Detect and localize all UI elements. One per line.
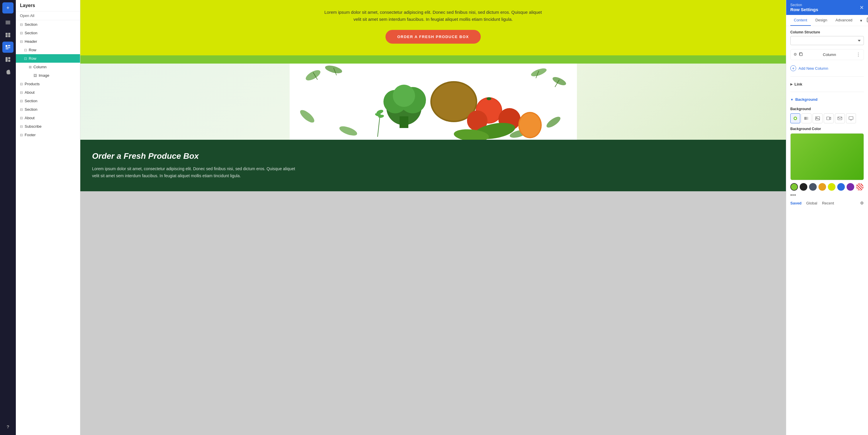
- svg-rect-54: [815, 116, 819, 120]
- settings-button[interactable]: [2, 66, 13, 77]
- settings-panel: Section Row Settings ✕ Content Design Ad…: [786, 0, 868, 435]
- saved-tab-recent[interactable]: Recent: [822, 201, 834, 205]
- layer-item-column[interactable]: ⊠ Column: [16, 63, 80, 71]
- tab-dropdown-icon[interactable]: ▾: [858, 16, 864, 25]
- layer-label: Products: [25, 82, 39, 86]
- row-icon: ⊡: [24, 48, 27, 52]
- veggies-visual: [80, 64, 786, 140]
- add-column-label: Add New Column: [799, 66, 828, 71]
- bg-image-type-button[interactable]: [813, 113, 823, 123]
- svg-rect-14: [8, 60, 10, 62]
- layer-item-products[interactable]: ⊟ Products: [16, 80, 80, 88]
- gear-icon[interactable]: ⚙: [794, 52, 797, 57]
- svg-rect-8: [8, 45, 10, 46]
- canvas-content: Lorem ipsum dolor sit amet, consectetur …: [80, 0, 786, 191]
- color-swatch-black[interactable]: [800, 183, 807, 191]
- layer-item-row-1[interactable]: ⊡ Row: [16, 46, 80, 54]
- layer-item-section-2[interactable]: ⊟ Section: [16, 29, 80, 37]
- layer-label: About: [25, 116, 35, 120]
- help-button[interactable]: ?: [2, 421, 13, 432]
- layer-item-image[interactable]: 🖼 Image: [16, 71, 80, 80]
- color-swatch-orange[interactable]: [818, 183, 826, 191]
- templates-button[interactable]: [2, 54, 13, 65]
- bg-color-type-button[interactable]: [790, 113, 800, 123]
- layer-item-about-2[interactable]: ⊟ About: [16, 114, 80, 122]
- color-swatch-green[interactable]: [790, 183, 798, 191]
- layer-item-section-3[interactable]: ⊟ Section: [16, 97, 80, 105]
- navigator-button[interactable]: [2, 29, 13, 40]
- saved-tab-global[interactable]: Global: [806, 201, 817, 205]
- order-button[interactable]: ORDER A FRESH PRODUCE BOX: [385, 30, 481, 44]
- tab-expand-icon[interactable]: [865, 16, 868, 25]
- bg-video-type-button[interactable]: [824, 113, 834, 123]
- layer-item-subscribe[interactable]: ⊟ Subscribe: [16, 122, 80, 131]
- add-element-button[interactable]: +: [2, 2, 13, 13]
- tab-advanced[interactable]: Advanced: [832, 15, 856, 26]
- about-icon: ⊟: [20, 91, 23, 95]
- layers-title: Layers: [20, 3, 35, 8]
- add-new-column-button[interactable]: + Add New Column: [790, 64, 864, 72]
- layer-item-section-4[interactable]: ⊟ Section: [16, 105, 80, 114]
- link-caret-icon: ▶: [790, 82, 793, 86]
- layer-label: Subscribe: [25, 124, 42, 129]
- layer-label: Section: [25, 99, 37, 103]
- section-icon: ⊟: [20, 31, 23, 35]
- tab-content[interactable]: Content: [790, 15, 811, 26]
- layer-item-header[interactable]: ⊟ Header: [16, 37, 80, 46]
- tab-design[interactable]: Design: [812, 15, 831, 26]
- layer-item-row-2[interactable]: ⊡ Row: [16, 54, 80, 63]
- background-section-toggle[interactable]: ▼ Background: [790, 96, 864, 103]
- layer-label: About: [25, 90, 35, 95]
- settings-title-group: Section Row Settings: [790, 3, 818, 12]
- bg-color-swatch[interactable]: [790, 133, 864, 180]
- icon-sidebar: + ?: [0, 0, 16, 435]
- veggies-section: [80, 64, 786, 140]
- svg-rect-5: [6, 35, 8, 37]
- about-icon: ⊟: [20, 116, 23, 120]
- layer-label: Section: [25, 31, 37, 35]
- color-swatch-yellow[interactable]: [828, 183, 835, 191]
- subscribe-icon: ⊟: [20, 125, 23, 129]
- open-all-button[interactable]: Open All: [16, 11, 80, 20]
- svg-point-33: [487, 97, 491, 100]
- column-menu-icon[interactable]: ⋮: [856, 52, 861, 58]
- settings-close-button[interactable]: ✕: [860, 4, 864, 11]
- color-swatch-blue[interactable]: [837, 183, 845, 191]
- svg-rect-57: [838, 117, 842, 120]
- column-structure-select[interactable]: 1 Column 2 Columns 3 Columns: [790, 36, 864, 45]
- color-swatch-gray[interactable]: [809, 183, 817, 191]
- column-label: Column: [805, 53, 854, 57]
- section-icon: ⊟: [20, 99, 23, 103]
- saved-settings-gear-icon[interactable]: ⚙: [860, 201, 864, 205]
- background-caret-icon: ▼: [790, 98, 794, 101]
- svg-rect-6: [8, 35, 10, 37]
- dark-section: Order a Fresh Produce Box Lorem ipsum do…: [80, 140, 786, 191]
- modules-button[interactable]: [2, 42, 13, 53]
- svg-rect-1: [6, 22, 10, 23]
- bg-slideshow-type-button[interactable]: [846, 113, 856, 123]
- settings-tabs: Content Design Advanced ▾: [786, 15, 868, 26]
- column-structure-label: Column Structure: [790, 30, 864, 34]
- duplicate-icon[interactable]: [799, 52, 803, 57]
- bg-email-type-button[interactable]: [835, 113, 845, 123]
- svg-rect-10: [6, 47, 10, 48]
- link-section-toggle[interactable]: ▶ Link: [790, 81, 864, 88]
- layers-button[interactable]: [2, 17, 13, 28]
- bg-gradient-type-button[interactable]: [802, 113, 811, 123]
- layer-item-about[interactable]: ⊟ About: [16, 88, 80, 97]
- layer-item-section-1[interactable]: ⊟ Section: [16, 20, 80, 29]
- color-swatch-pattern[interactable]: [856, 183, 864, 191]
- layers-list: ⊟ Section ⊟ Section ⊟ Header ⊡ Row ⊡ Row…: [16, 20, 80, 435]
- saved-tab-saved[interactable]: Saved: [790, 201, 802, 205]
- svg-rect-58: [849, 116, 853, 120]
- svg-rect-13: [8, 57, 10, 59]
- products-icon: ⊟: [20, 82, 23, 86]
- color-swatch-purple[interactable]: [846, 183, 854, 191]
- column-icon: ⊠: [29, 65, 32, 69]
- palette-more-icon[interactable]: •••: [790, 193, 796, 198]
- layer-label: Footer: [25, 133, 36, 137]
- layer-item-footer[interactable]: ⊟ Footer: [16, 131, 80, 139]
- svg-point-39: [520, 113, 540, 137]
- settings-body: Column Structure 1 Column 2 Columns 3 Co…: [786, 26, 868, 209]
- color-palette: •••: [790, 183, 864, 198]
